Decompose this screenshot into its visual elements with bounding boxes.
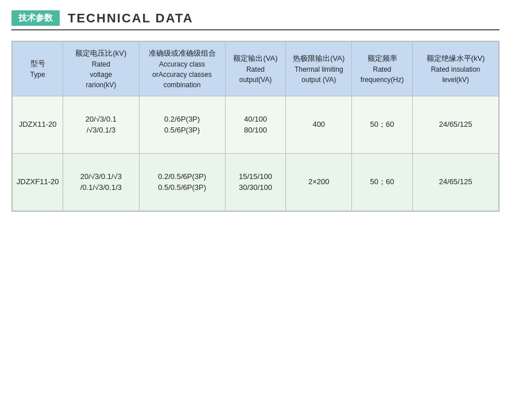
header-output: 额定输出(VA) Rated output(VA)	[225, 42, 286, 96]
table-wrapper: 型号 Type 额定电压比(kV) Rated voltage rarion(k…	[11, 41, 500, 212]
cell-accuracy: 0.2/0.5/6P(3P)0.5/0.5/6P(3P)	[139, 153, 225, 211]
header-thermal: 热极限输出(VA) Thermal limiting output (VA)	[286, 42, 352, 96]
cell-output: 40/10080/100	[225, 96, 286, 153]
header-voltage: 额定电压比(kV) Rated voltage rarion(kV)	[63, 42, 139, 96]
title-badge: 技术参数	[11, 10, 60, 26]
table-row: JDZXF11-2020/√3/0.1/√3/0.1/√3/0.1/30.2/0…	[13, 153, 499, 211]
table-header-row: 型号 Type 额定电压比(kV) Rated voltage rarion(k…	[13, 42, 499, 96]
cell-voltage: 20/√3/0.1/√3/0.1/3	[63, 96, 139, 153]
header-insulation: 额定绝缘水平(kV) Rated insulation level(kV)	[412, 42, 498, 96]
title-text: TECHNICAL DATA	[68, 11, 193, 26]
page-container: 技术参数 TECHNICAL DATA 型号 Type 额定电压比(kV) Ra…	[0, 0, 511, 223]
technical-data-table: 型号 Type 额定电压比(kV) Rated voltage rarion(k…	[12, 41, 499, 211]
cell-frequency: 50；60	[352, 96, 413, 153]
cell-type: JDZX11-20	[13, 96, 63, 153]
cell-insulation: 24/65/125	[412, 96, 498, 153]
cell-insulation: 24/65/125	[412, 153, 498, 211]
cell-type: JDZXF11-20	[13, 153, 63, 211]
cell-frequency: 50；60	[352, 153, 413, 211]
header-accuracy: 准确级或准确级组合 Accuracy class orAccuracy clas…	[139, 42, 225, 96]
header-frequency: 额定频率 Rated frequency(Hz)	[352, 42, 413, 96]
cell-output: 15/15/10030/30/100	[225, 153, 286, 211]
table-row: JDZX11-2020/√3/0.1/√3/0.1/30.2/6P(3P)0.5…	[13, 96, 499, 153]
cell-thermal: 400	[286, 96, 352, 153]
header-type: 型号 Type	[13, 42, 63, 96]
cell-thermal: 2×200	[286, 153, 352, 211]
cell-accuracy: 0.2/6P(3P)0.5/6P(3P)	[139, 96, 225, 153]
title-bar: 技术参数 TECHNICAL DATA	[11, 10, 500, 30]
cell-voltage: 20/√3/0.1/√3/0.1/√3/0.1/3	[63, 153, 139, 211]
